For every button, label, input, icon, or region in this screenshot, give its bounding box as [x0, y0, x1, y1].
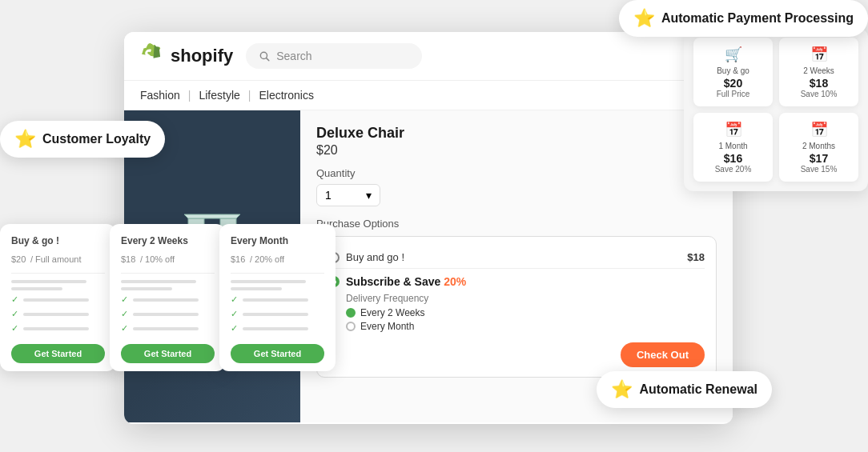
check-icon: ✓ — [231, 309, 238, 319]
buy-go-price: $18 — [687, 251, 705, 263]
sub-option-1month[interactable]: 📅 1 Month $16 Save 20% — [693, 113, 773, 182]
check-item-0-3: ✓ — [11, 323, 105, 334]
sub-option-price-3: $17 — [786, 152, 852, 165]
freq-radio-month[interactable] — [346, 322, 356, 331]
purchase-options-label: Purchase Options — [316, 218, 717, 230]
pricing-card-buy-go: Buy & go ! $20 / Full amount ✓ ✓ ✓ Get S… — [0, 224, 116, 371]
check-icon: ✓ — [121, 323, 128, 334]
shopify-logo: shopify — [140, 43, 233, 69]
check-icon: ✓ — [11, 323, 18, 334]
quantity-selector[interactable]: 1 ▾ — [316, 184, 380, 206]
chevron-down-icon: ▾ — [366, 189, 372, 202]
option-buy-go[interactable]: Buy and go ! $18 — [328, 246, 705, 268]
check-icon: ✓ — [231, 323, 238, 334]
freq-radio-2weeks[interactable] — [346, 308, 356, 318]
pricing-card-title-0: Buy & go ! — [11, 235, 105, 246]
sub-option-title-0: Buy & go — [700, 66, 766, 75]
shopify-bag-icon — [140, 43, 166, 69]
sub-option-price-2: $16 — [700, 152, 766, 165]
star-icon-loyalty: ⭐ — [14, 129, 36, 150]
search-icon — [259, 50, 270, 62]
quantity-value: 1 — [325, 189, 332, 202]
save-pct-label: 20% — [444, 275, 466, 288]
delivery-freq-label: Delivery Frequency — [346, 293, 705, 304]
pricing-card-title-2: Every Month — [231, 235, 324, 246]
calendar-icon-1: 📅 — [786, 46, 852, 63]
purchase-options-box: Buy and go ! $18 Subscribe & Save 20% De… — [316, 236, 717, 378]
calendar-icon-2: 📅 — [700, 121, 766, 138]
browser-nav: Fashion | Lifestyle | Electronics — [124, 81, 733, 110]
check-item-2-2: ✓ — [231, 309, 324, 319]
sub-option-title-1: 2 Weeks — [786, 66, 852, 75]
browser-header: shopify Search — [124, 32, 733, 81]
check-icon: ✓ — [121, 309, 128, 319]
check-item-1-1: ✓ — [121, 294, 215, 305]
pricing-card-price-0: $20 / Full amount — [11, 248, 105, 266]
auto-payment-badge: ⭐ Automatic Payment Processing — [619, 0, 868, 37]
sub-option-save-3: Save 15% — [786, 165, 852, 174]
customer-loyalty-badge: ⭐ Customer Loyalty — [0, 121, 165, 158]
sub-option-save-0: Full Price — [700, 90, 766, 98]
check-icon: ✓ — [11, 309, 18, 319]
check-item-2-1: ✓ — [231, 294, 324, 305]
sub-option-2weeks[interactable]: 📅 2 Weeks $18 Save 10% — [779, 38, 858, 106]
get-started-button-1[interactable]: Get Started — [121, 344, 215, 363]
nav-sep-1: | — [188, 89, 191, 102]
sub-option-save-2: Save 20% — [700, 165, 766, 174]
check-item-1-2: ✓ — [121, 309, 215, 319]
pricing-card-title-1: Every 2 Weeks — [121, 235, 215, 246]
sub-option-save-1: Save 10% — [786, 90, 852, 98]
check-icon: ✓ — [231, 294, 238, 305]
check-item-0-2: ✓ — [11, 309, 105, 319]
freq-option-2weeks[interactable]: Every 2 Weeks — [346, 307, 705, 318]
search-placeholder: Search — [276, 50, 311, 62]
freq-month-label: Every Month — [360, 321, 414, 332]
nav-electronics[interactable]: Electronics — [259, 89, 313, 102]
get-started-button-0[interactable]: Get Started — [11, 344, 105, 363]
product-price: $20 — [316, 143, 717, 158]
auto-renewal-badge: ⭐ Automatic Renewal — [597, 371, 772, 408]
sub-option-2months[interactable]: 📅 2 Months $17 Save 15% — [779, 113, 858, 182]
pricing-card-price-1: $18 / 10% off — [121, 248, 215, 266]
nav-fashion[interactable]: Fashion — [140, 89, 180, 102]
get-started-button-2[interactable]: Get Started — [231, 344, 324, 363]
star-icon: ⭐ — [633, 8, 655, 29]
subscribe-label: Subscribe & Save 20% — [346, 275, 466, 288]
sub-option-title-3: 2 Months — [786, 142, 852, 150]
auto-renewal-label: Automatic Renewal — [639, 382, 757, 397]
pricing-cards-container: Buy & go ! $20 / Full amount ✓ ✓ ✓ Get S… — [0, 224, 329, 371]
auto-payment-label: Automatic Payment Processing — [661, 11, 854, 26]
check-item-1-3: ✓ — [121, 323, 215, 334]
pricing-card-price-2: $16 / 20% off — [231, 248, 324, 266]
svg-marker-6 — [184, 214, 240, 218]
check-item-0-1: ✓ — [11, 294, 105, 305]
freq-option-month[interactable]: Every Month — [346, 321, 705, 332]
nav-lifestyle[interactable]: Lifestyle — [199, 89, 239, 102]
sub-option-title-2: 1 Month — [700, 142, 766, 150]
customer-loyalty-label: Customer Loyalty — [42, 132, 151, 146]
subscription-options-panel: 🛒 Buy & go $20 Full Price 📅 2 Weeks $18 … — [684, 28, 868, 191]
sub-option-buy-go[interactable]: 🛒 Buy & go $20 Full Price — [693, 38, 773, 106]
nav-sep-2: | — [248, 89, 251, 102]
shopify-text: shopify — [171, 46, 233, 66]
pricing-card-2weeks: Every 2 Weeks $18 / 10% off ✓ ✓ ✓ Get St… — [110, 224, 226, 371]
sub-option-price-1: $18 — [786, 77, 852, 90]
svg-line-1 — [267, 58, 269, 61]
sub-option-price-0: $20 — [700, 77, 766, 90]
check-icon: ✓ — [121, 294, 128, 305]
star-icon-renewal: ⭐ — [611, 379, 633, 400]
cart-icon: 🛒 — [700, 46, 766, 63]
product-title: Deluxe Chair — [316, 125, 717, 142]
quantity-label: Quantity — [316, 167, 717, 179]
search-bar[interactable]: Search — [246, 43, 422, 69]
calendar-icon-3: 📅 — [786, 121, 852, 138]
pricing-card-month: Every Month $16 / 20% off ✓ ✓ ✓ Get Star… — [219, 224, 336, 371]
option-subscribe[interactable]: Subscribe & Save 20% — [328, 268, 705, 293]
check-item-2-3: ✓ — [231, 323, 324, 334]
buy-go-label: Buy and go ! — [346, 251, 404, 263]
checkout-button[interactable]: Check Out — [621, 342, 705, 367]
freq-2weeks-label: Every 2 Weeks — [360, 307, 424, 318]
check-icon: ✓ — [11, 294, 18, 305]
